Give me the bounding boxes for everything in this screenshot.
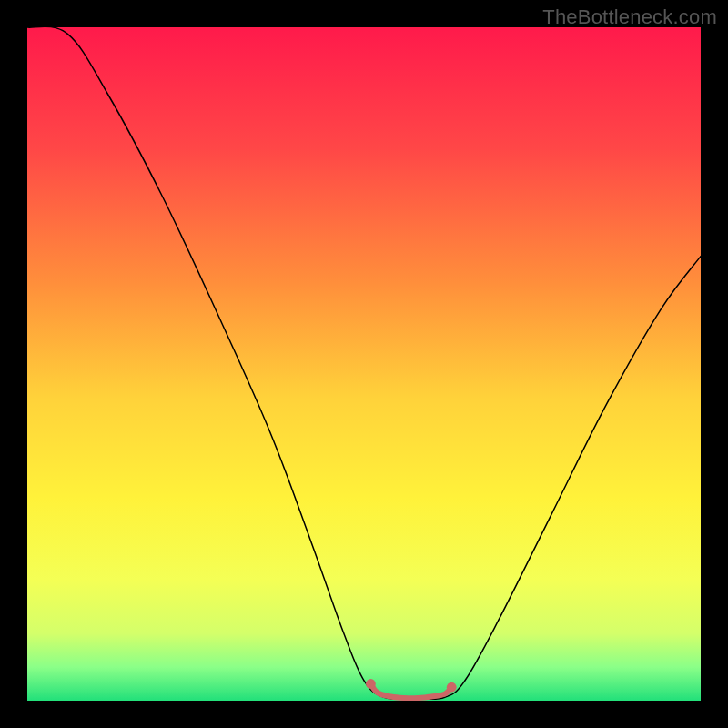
optimal-marker-endpoint [447, 682, 457, 693]
bottleneck-chart [27, 27, 701, 701]
optimal-marker-endpoint [366, 679, 376, 689]
gradient-background [27, 27, 701, 701]
plot-area [27, 27, 701, 701]
chart-frame: TheBottleneck.com [0, 0, 728, 728]
watermark-label: TheBottleneck.com [542, 5, 717, 29]
